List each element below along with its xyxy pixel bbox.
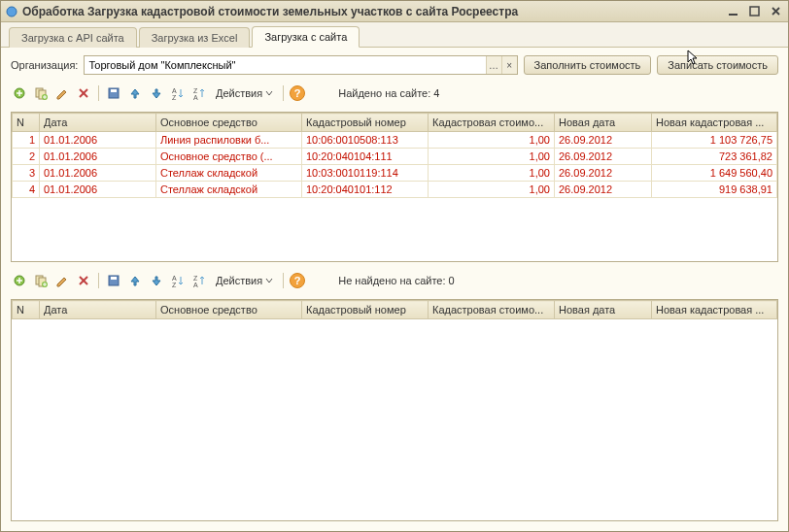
svg-text:Z: Z	[172, 94, 177, 100]
grid-header-row: N Дата Основное средство Кадастровый ном…	[13, 114, 777, 132]
edit-icon[interactable]	[53, 84, 71, 102]
org-clear-button[interactable]: ×	[501, 56, 517, 74]
svg-text:A: A	[172, 87, 177, 94]
cell-n: 3	[13, 165, 40, 182]
cell-newcost: 1 103 726,75	[652, 132, 777, 149]
col-date[interactable]: Дата	[40, 114, 156, 132]
found-label-top: Найдено на сайте: 4	[338, 87, 439, 99]
cell-n: 4	[13, 182, 40, 198]
col-cad[interactable]: Кадастровый номер	[302, 301, 429, 319]
cell-cost: 1,00	[429, 165, 555, 182]
edit-icon[interactable]	[53, 272, 71, 289]
table-row[interactable]: 101.01.2006Линия распиловки б...10:06:00…	[13, 132, 777, 149]
svg-text:A: A	[172, 275, 177, 282]
table-row[interactable]: 301.01.2006Стеллаж складской10:03:001011…	[13, 165, 777, 182]
actions-label: Действия	[216, 87, 262, 99]
col-asset[interactable]: Основное средство	[156, 301, 302, 319]
toolbar-separator	[98, 273, 99, 288]
col-cad[interactable]: Кадастровый номер	[302, 114, 429, 132]
cell-newcost: 723 361,82	[652, 149, 777, 165]
col-cost[interactable]: Кадастровая стоимо...	[429, 114, 555, 132]
save-icon[interactable]	[105, 84, 122, 102]
cell-date: 01.01.2006	[40, 165, 156, 182]
cell-cad: 10:20:040101:112	[302, 182, 429, 198]
cell-newdate: 26.09.2012	[555, 165, 652, 182]
col-cost[interactable]: Кадастровая стоимо...	[429, 301, 555, 319]
svg-rect-16	[111, 89, 117, 92]
tab-site[interactable]: Загрузка с сайта	[252, 26, 360, 48]
cell-asset: Стеллаж складской	[156, 182, 302, 198]
cell-asset: Стеллаж складской	[156, 165, 302, 182]
toolbar-separator	[98, 85, 99, 101]
move-up-icon[interactable]	[126, 272, 144, 289]
svg-point-0	[7, 7, 17, 17]
actions-menu[interactable]: Действия	[212, 275, 277, 286]
save-icon[interactable]	[105, 272, 122, 289]
found-label-bottom: Не найдено на сайте: 0	[338, 275, 455, 286]
col-asset[interactable]: Основное средство	[156, 114, 302, 132]
fill-cost-button[interactable]: Заполнить стоимость	[524, 55, 652, 75]
cell-date: 01.01.2006	[40, 132, 156, 149]
maximize-button[interactable]	[745, 4, 763, 19]
actions-label: Действия	[216, 275, 262, 286]
close-button[interactable]	[767, 4, 784, 19]
sort-desc-icon[interactable]: ZA	[190, 272, 208, 289]
toolbar-separator	[283, 85, 284, 101]
cell-cost: 1,00	[429, 149, 555, 165]
sort-desc-icon[interactable]: ZA	[190, 84, 208, 102]
tab-api[interactable]: Загрузка с API сайта	[9, 27, 137, 48]
table-row[interactable]: 201.01.2006Основное средство (...10:20:0…	[13, 149, 777, 165]
col-newdate[interactable]: Новая дата	[555, 114, 652, 132]
move-down-icon[interactable]	[148, 272, 165, 289]
app-icon	[5, 5, 18, 18]
add-icon[interactable]	[11, 272, 28, 289]
move-down-icon[interactable]	[148, 84, 165, 102]
cell-n: 1	[13, 132, 40, 149]
tabstrip: Загрузка с API сайта Загрузка из Excel З…	[1, 22, 788, 48]
titlebar: Обработка Загрузка кадастровой стоимости…	[1, 1, 788, 22]
cell-newcost: 1 649 560,40	[652, 165, 777, 182]
grid-notfound[interactable]: N Дата Основное средство Кадастровый ном…	[11, 299, 778, 521]
sort-asc-icon[interactable]: AZ	[169, 272, 187, 289]
cell-newdate: 26.09.2012	[555, 182, 652, 198]
cell-newdate: 26.09.2012	[555, 149, 652, 165]
actions-menu[interactable]: Действия	[212, 87, 277, 99]
col-n[interactable]: N	[13, 114, 40, 132]
cell-date: 01.01.2006	[40, 149, 156, 165]
move-up-icon[interactable]	[126, 84, 144, 102]
grid-found[interactable]: N Дата Основное средство Кадастровый ном…	[11, 112, 778, 262]
col-date[interactable]: Дата	[40, 301, 156, 319]
svg-text:Z: Z	[193, 275, 198, 282]
tab-excel[interactable]: Загрузка из Excel	[139, 27, 251, 48]
org-label: Организация:	[11, 59, 78, 71]
delete-icon[interactable]	[75, 84, 92, 102]
org-input[interactable]	[85, 56, 485, 74]
org-select-button[interactable]: …	[486, 56, 501, 74]
copy-icon[interactable]	[32, 84, 50, 102]
chevron-down-icon	[265, 277, 273, 284]
toolbar-separator	[283, 273, 284, 288]
col-newdate[interactable]: Новая дата	[555, 301, 652, 319]
cell-n: 2	[13, 149, 40, 165]
help-button[interactable]: ?	[290, 85, 305, 101]
toolbar-top: AZ ZA Действия ? Найдено на сайте: 4	[11, 83, 778, 104]
col-n[interactable]: N	[13, 301, 40, 319]
svg-rect-32	[111, 277, 117, 280]
copy-icon[interactable]	[32, 272, 50, 289]
chevron-down-icon	[265, 89, 273, 97]
col-newcost[interactable]: Новая кадастровая ...	[652, 114, 777, 132]
add-icon[interactable]	[11, 84, 28, 102]
toolbar-bottom: AZ ZA Действия ? Не найдено на сайте: 0	[11, 270, 778, 291]
delete-icon[interactable]	[75, 272, 92, 289]
write-cost-button[interactable]: Записать стоимость	[657, 55, 778, 75]
svg-rect-1	[729, 14, 738, 16]
table-row[interactable]: 401.01.2006Стеллаж складской10:20:040101…	[13, 182, 777, 198]
minimize-button[interactable]	[724, 4, 741, 19]
help-button[interactable]: ?	[290, 273, 305, 288]
grid-header-row: N Дата Основное средство Кадастровый ном…	[13, 301, 777, 319]
svg-text:Z: Z	[193, 87, 198, 94]
cell-asset: Основное средство (...	[156, 149, 302, 165]
sort-asc-icon[interactable]: AZ	[169, 84, 187, 102]
svg-text:A: A	[193, 94, 198, 100]
col-newcost[interactable]: Новая кадастровая ...	[652, 301, 777, 319]
